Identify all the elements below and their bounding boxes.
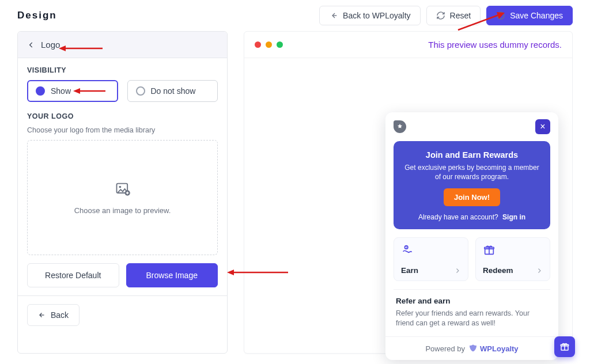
panel-header-title: Logo <box>41 40 60 50</box>
radio-selected-icon <box>36 86 45 96</box>
widget-close-button[interactable]: × <box>535 119 550 134</box>
window-controls <box>255 41 283 48</box>
join-now-label: Join Now! <box>454 193 490 202</box>
your-logo-hint: Choose your logo from the media library <box>27 126 218 134</box>
restore-default-button[interactable]: Restore Default <box>27 263 119 287</box>
chevron-left-icon <box>27 41 35 49</box>
hero-title: Join and Earn Rewards <box>403 150 541 160</box>
powered-by: Powered by WPLoyalty <box>385 336 558 360</box>
page-title: Design <box>17 10 313 21</box>
already-account-text: Already have an account? <box>418 213 498 221</box>
sign-in-link[interactable]: Sign in <box>502 213 525 221</box>
gift-icon <box>559 342 570 352</box>
save-changes-button[interactable]: Save Changes <box>486 6 573 25</box>
svg-point-3 <box>119 185 121 188</box>
brand-name: WPLoyalty <box>480 344 518 353</box>
visibility-heading: VISIBILITY <box>27 66 218 74</box>
visibility-show-option[interactable]: Show <box>27 80 118 102</box>
refresh-icon <box>436 11 445 20</box>
your-logo-heading: YOUR LOGO <box>27 112 218 120</box>
arrow-left-icon <box>329 11 338 20</box>
save-changes-label: Save Changes <box>510 11 563 20</box>
redeem-label: Redeem <box>483 266 513 275</box>
gift-icon <box>483 244 543 258</box>
restore-default-label: Restore Default <box>45 271 101 280</box>
launcher-button[interactable] <box>554 336 575 357</box>
check-circle-icon <box>496 11 505 20</box>
refer-body: Refer your friends and earn rewards. You… <box>396 309 548 328</box>
brand-link[interactable]: WPLoyalty <box>468 344 518 353</box>
window-maximize-icon <box>277 41 283 48</box>
window-close-icon <box>255 41 261 48</box>
visibility-hide-label: Do not show <box>151 86 196 96</box>
radio-unselected-icon <box>136 86 145 96</box>
arrow-left-icon <box>38 311 46 319</box>
visibility-hide-option[interactable]: Do not show <box>127 80 218 102</box>
svg-point-1 <box>497 12 504 19</box>
chevron-right-icon <box>536 267 543 274</box>
hero-subtitle: Get exclusive perks by becoming a member… <box>403 163 541 181</box>
preview-pane: This preview uses dummy records. × Join … <box>244 31 573 354</box>
widget-hero: Join and Earn Rewards Get exclusive perk… <box>394 141 550 229</box>
back-to-wployalty-label: Back to WPLoyalty <box>343 11 411 20</box>
browse-image-label: Browse Image <box>146 271 198 280</box>
dropzone-text: Choose an image to preview. <box>74 206 171 215</box>
preview-note: This preview uses dummy records. <box>283 40 562 50</box>
widget-logo-icon <box>394 120 406 133</box>
browse-image-button[interactable]: Browse Image <box>126 263 218 287</box>
refer-title: Refer and earn <box>396 297 548 305</box>
rewards-widget: × Join and Earn Rewards Get exclusive pe… <box>385 112 558 360</box>
logo-dropzone[interactable]: Choose an image to preview. <box>27 140 218 255</box>
visibility-show-label: Show <box>51 86 71 96</box>
join-now-button[interactable]: Join Now! <box>444 188 500 206</box>
brand-logo-icon <box>468 344 478 353</box>
back-button-label: Back <box>51 310 69 320</box>
back-button[interactable]: Back <box>27 304 80 326</box>
image-placeholder-icon <box>115 181 131 197</box>
back-to-wployalty-button[interactable]: Back to WPLoyalty <box>319 6 421 25</box>
refer-section[interactable]: Refer and earn Refer your friends and ea… <box>394 289 550 336</box>
window-minimize-icon <box>266 41 272 48</box>
panel-header-logo[interactable]: Logo <box>18 32 227 58</box>
reset-button[interactable]: Reset <box>426 6 481 25</box>
earn-tile[interactable]: $ Earn <box>394 237 468 281</box>
coins-icon: $ <box>401 244 461 258</box>
earn-label: Earn <box>401 266 418 275</box>
reset-label: Reset <box>450 11 471 20</box>
chevron-right-icon <box>454 267 461 274</box>
close-icon: × <box>540 122 545 131</box>
settings-panel: Logo VISIBILITY Show Do not show YOUR LO… <box>17 31 228 354</box>
redeem-tile[interactable]: Redeem <box>475 237 550 281</box>
powered-prefix: Powered by <box>425 344 465 353</box>
